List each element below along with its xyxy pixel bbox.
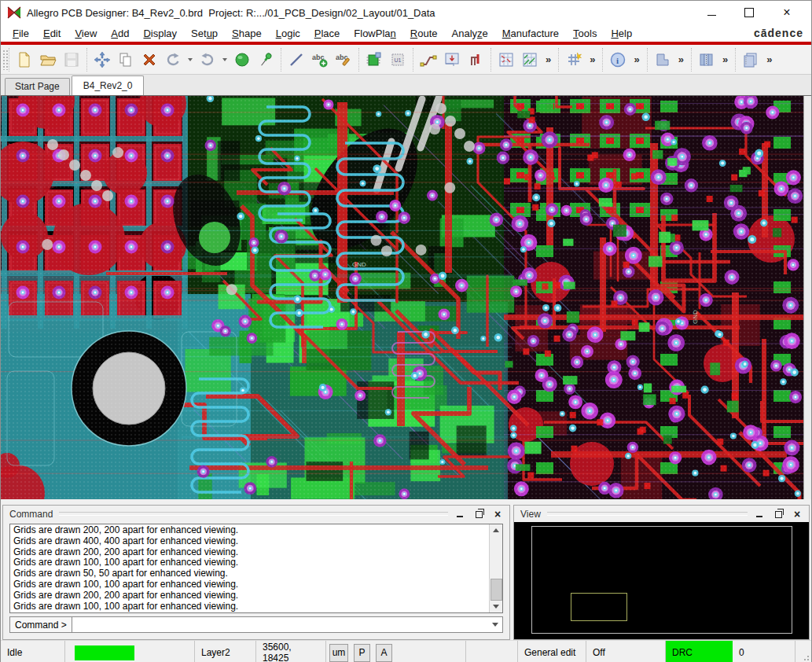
scroll-down-icon[interactable] — [490, 601, 502, 612]
menu-item-route[interactable]: Route — [403, 26, 445, 41]
resize-grip[interactable] — [799, 653, 810, 662]
status-shadow-mode[interactable]: Off — [586, 641, 666, 662]
ratsnest-grid-button[interactable] — [495, 49, 517, 71]
allegro-app-icon — [7, 6, 21, 19]
overflow-chevron[interactable]: » — [630, 53, 642, 65]
panel-minimize-icon[interactable] — [454, 509, 465, 520]
units-button[interactable]: um — [329, 644, 348, 662]
delete-button[interactable] — [138, 49, 160, 71]
menu-item-help[interactable]: Help — [604, 26, 639, 41]
info-button[interactable]: i — [607, 49, 629, 71]
maximize-icon[interactable] — [737, 4, 761, 21]
tab-board[interactable]: B4_Rev2_0 — [72, 75, 145, 95]
overflow-chevron[interactable]: » — [719, 53, 731, 65]
status-buttons: um P A — [326, 641, 404, 662]
panel-restore-icon[interactable] — [473, 509, 484, 520]
redo-dropdown-icon[interactable] — [222, 58, 227, 61]
viewport-indicator[interactable] — [571, 593, 627, 621]
toolbar-drag-handle[interactable] — [2, 50, 9, 70]
window-title: Allegro PCB Designer: B4_Rev2_0.brd Proj… — [27, 7, 435, 19]
shape-button[interactable] — [652, 49, 674, 71]
menu-item-place[interactable]: Place — [307, 26, 347, 41]
panel-close-icon[interactable]: × — [792, 509, 803, 520]
scroll-up-icon[interactable] — [490, 524, 502, 536]
slide-button[interactable] — [417, 49, 439, 71]
menu-item-shape[interactable]: Shape — [225, 26, 269, 41]
place-component-button[interactable] — [363, 49, 385, 71]
command-panel-titlebar[interactable]: Command × — [3, 506, 509, 522]
add-text-button[interactable]: abc — [309, 49, 331, 71]
grid-toggle-button[interactable] — [563, 49, 585, 71]
redo-button[interactable] — [197, 49, 219, 71]
command-log-scrollbar[interactable] — [489, 524, 502, 612]
panel-restore-icon[interactable] — [773, 509, 784, 520]
menu-item-file[interactable]: File — [6, 26, 36, 41]
etch-grid-button[interactable] — [519, 49, 541, 71]
menubar: FileEditViewAddDisplaySetupShapeLogicPla… — [1, 24, 811, 42]
menu-item-logic[interactable]: Logic — [269, 26, 307, 41]
command-log-line: Grids are drawn 100, 100 apart for enhan… — [13, 601, 486, 612]
open-button[interactable] — [37, 49, 59, 71]
command-input[interactable] — [72, 616, 503, 633]
menu-item-flowplan[interactable]: FlowPlan — [347, 26, 402, 41]
cadence-logo: cādence — [754, 27, 803, 39]
move-button[interactable] — [91, 49, 113, 71]
world-view[interactable] — [514, 522, 809, 639]
status-drc[interactable]: DRC — [666, 641, 733, 662]
place-refdes-button[interactable]: U1 — [387, 49, 409, 71]
undo-dropdown-icon[interactable] — [188, 58, 193, 61]
undo-button[interactable] — [162, 49, 184, 71]
command-log-line: Grids are drawn 200, 200 apart for enhan… — [13, 525, 486, 536]
menu-item-tools[interactable]: Tools — [566, 26, 604, 41]
pick-button[interactable]: P — [354, 644, 370, 662]
application-mode-button[interactable]: A — [376, 644, 392, 662]
minimize-icon[interactable] — [700, 4, 723, 21]
delay-tune-button[interactable] — [441, 49, 463, 71]
menu-item-display[interactable]: Display — [136, 26, 184, 41]
save-button[interactable] — [61, 49, 83, 71]
properties-button[interactable] — [740, 49, 762, 71]
overflow-chevron[interactable]: » — [763, 53, 775, 65]
create-stub-button[interactable] — [465, 49, 487, 71]
overflow-chevron[interactable]: » — [542, 53, 554, 65]
command-panel: Command × Grids are drawn 200, 200 apart… — [2, 505, 510, 640]
view-panel-titlebar[interactable]: View × — [514, 506, 809, 522]
pin-button[interactable] — [255, 49, 277, 71]
command-log-line: Grids are drawn 200, 200 apart for enhan… — [13, 590, 486, 601]
scroll-thumb[interactable] — [491, 579, 502, 601]
overflow-chevron[interactable]: » — [675, 53, 687, 65]
status-spacer — [404, 641, 466, 662]
command-history-dropdown-icon[interactable] — [488, 617, 502, 632]
pcb-design-canvas[interactable]: GNDGND — [1, 96, 803, 499]
svg-text:U1: U1 — [395, 57, 402, 63]
visibility-layers-button[interactable] — [696, 49, 718, 71]
toolbar: abc abc U1 » » i » » — [1, 45, 811, 75]
menu-item-analyze[interactable]: Analyze — [445, 26, 495, 41]
document-tabbar: Start Page B4_Rev2_0 — [1, 75, 811, 96]
skill-shell-button[interactable] — [231, 49, 253, 71]
copy-button[interactable] — [115, 49, 137, 71]
command-panel-title: Command — [9, 509, 53, 520]
menu-item-view[interactable]: View — [68, 26, 104, 41]
status-active-layer[interactable]: Layer2 — [195, 641, 256, 662]
panel-close-icon[interactable]: × — [492, 509, 503, 520]
status-progress — [65, 641, 195, 662]
overflow-chevron[interactable]: » — [586, 53, 598, 65]
command-log-line: Grids are drawn 100, 100 apart for enhan… — [13, 557, 486, 568]
menu-item-setup[interactable]: Setup — [184, 26, 225, 41]
menu-item-add[interactable]: Add — [104, 26, 136, 41]
new-button[interactable] — [13, 49, 35, 71]
edit-text-button[interactable]: abc — [333, 49, 355, 71]
panel-minimize-icon[interactable] — [754, 509, 765, 520]
close-icon[interactable]: × — [775, 4, 799, 21]
canvas-scrollbar[interactable] — [803, 96, 811, 499]
menu-item-manufacture[interactable]: Manufacture — [495, 26, 566, 41]
status-edit-mode[interactable]: General edit — [518, 641, 586, 662]
menu-item-edit[interactable]: Edit — [36, 26, 68, 41]
svg-text:i: i — [616, 55, 619, 64]
panel-splitter[interactable] — [1, 499, 811, 505]
tab-start-page[interactable]: Start Page — [5, 78, 70, 95]
statusbar: Idle Layer2 35600, 18425 um P A General … — [1, 640, 811, 662]
panel-groove — [547, 512, 748, 516]
add-line-button[interactable] — [285, 49, 307, 71]
